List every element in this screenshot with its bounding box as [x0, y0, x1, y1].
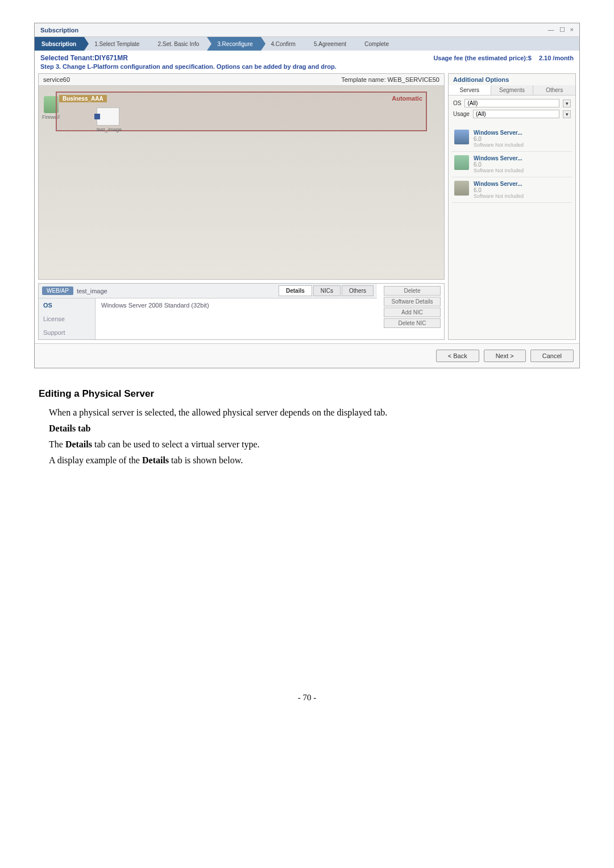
wizard-window: Subscription — ☐ × Subscription 1.Select…: [34, 23, 580, 368]
tenant-line: Selected Tenant:DIY671MR: [40, 54, 128, 62]
item-sub: 6.0: [474, 187, 524, 193]
detail-header: WEB/AP test_image Details NICs Others: [39, 284, 377, 298]
item-sw-val: Not included: [495, 193, 524, 199]
detail-body: OS License Support Windows Server 2008 S…: [39, 298, 377, 339]
server-node[interactable]: [97, 107, 119, 126]
usage-label: Usage fee (the estimated price):$: [433, 55, 531, 61]
item-title: Windows Server...: [474, 130, 524, 136]
tab-details[interactable]: Details: [279, 285, 312, 296]
list-item[interactable]: Windows Server... 6.0 Software Not inclu…: [452, 177, 572, 203]
section-heading: Editing a Physical Server: [39, 388, 580, 400]
paragraph: When a physical server is selected, the …: [49, 408, 580, 418]
item-sub: 6.0: [474, 136, 524, 142]
options-tabs: Servers Segments Others: [449, 85, 575, 95]
server-node-label: test_image: [97, 127, 122, 132]
subheading: Details tab: [49, 423, 580, 434]
canvas-header: service60 Template name: WEB_SERVICE50: [39, 74, 444, 86]
detail-panel: WEB/AP test_image Details NICs Others OS: [38, 283, 445, 340]
server-icon: [454, 155, 469, 170]
delete-button[interactable]: Delete: [384, 286, 441, 296]
detail-content: Windows Server 2008 Standard (32bit): [96, 298, 377, 339]
tenant-label: Selected Tenant:DIY671MR: [40, 54, 128, 62]
os-value: Windows Server 2008 Standard (32bit): [101, 302, 209, 309]
workspace: service60 Template name: WEB_SERVICE50 F…: [35, 73, 579, 343]
item-sw-label: Software: [474, 142, 494, 148]
item-title: Windows Server...: [474, 155, 524, 161]
item-sw-label: Software: [474, 168, 494, 173]
detail-nav-license[interactable]: License: [39, 312, 95, 326]
business-group[interactable]: Business_AAA Automatic test_image: [56, 92, 427, 131]
nic-port-icon: [94, 114, 100, 119]
crumb-step-2[interactable]: 2.Set. Basic Info: [147, 37, 207, 51]
minimize-icon[interactable]: —: [547, 26, 554, 33]
list-item[interactable]: Windows Server... 6.0 Software Not inclu…: [452, 126, 572, 152]
back-button[interactable]: < Back: [436, 350, 479, 362]
crumb-step-3[interactable]: 3.Reconfigure: [207, 37, 260, 51]
usage-fee: Usage fee (the estimated price):$ 2.10 /…: [433, 55, 574, 61]
filter-usage-input[interactable]: [473, 110, 559, 118]
options-filters: OS ▾ Usage ▾: [449, 95, 575, 124]
tab-others-right[interactable]: Others: [533, 85, 575, 95]
window-titlebar: Subscription — ☐ ×: [35, 23, 579, 37]
step-description: Step 3. Change L-Platform configuration …: [35, 63, 579, 73]
template-name: Template name: WEB_SERVICE50: [341, 76, 439, 83]
add-nic-button[interactable]: Add NIC: [384, 308, 441, 317]
delete-nic-button[interactable]: Delete NIC: [384, 318, 441, 328]
restore-icon[interactable]: ☐: [559, 26, 565, 33]
wizard-footer: < Back Next > Cancel: [35, 343, 579, 368]
next-button[interactable]: Next >: [484, 350, 526, 362]
window-title: Subscription: [40, 27, 78, 34]
detail-side-buttons: Delete Software Details Add NIC Delete N…: [380, 284, 444, 339]
item-title: Windows Server...: [474, 181, 524, 187]
item-sw-val: Not included: [495, 142, 524, 148]
group-badge: Automatic: [392, 95, 422, 102]
detail-tabs: Details NICs Others: [279, 285, 374, 296]
page-number: - 70 -: [34, 693, 580, 703]
filter-os-label: OS: [453, 100, 461, 106]
server-icon: [454, 130, 469, 144]
usage-value: 2.10 /month: [539, 55, 574, 61]
chevron-down-icon[interactable]: ▾: [563, 99, 571, 107]
canvas-body[interactable]: Firewall Business_AAA Automatic test_ima…: [39, 86, 444, 279]
window-controls: — ☐ ×: [544, 26, 574, 34]
detail-name: test_image: [77, 288, 275, 294]
paragraph: The Details tab can be used to select a …: [49, 439, 580, 450]
options-panel: Additional Options Servers Segments Othe…: [448, 73, 576, 340]
tab-others[interactable]: Others: [342, 285, 374, 296]
chevron-down-icon[interactable]: ▾: [563, 110, 571, 118]
options-title: Additional Options: [449, 74, 575, 85]
item-sw-val: Not included: [495, 168, 524, 173]
crumb-step-5[interactable]: 5.Agreement: [304, 37, 354, 51]
tab-servers[interactable]: Servers: [449, 85, 491, 95]
filter-usage-label: Usage: [453, 111, 470, 117]
detail-left-nav: OS License Support: [39, 298, 96, 339]
document-body: Editing a Physical Server When a physica…: [39, 388, 580, 466]
list-item[interactable]: Windows Server... 6.0 Software Not inclu…: [452, 152, 572, 177]
server-icon: [454, 181, 469, 196]
header-strip: Selected Tenant:DIY671MR Usage fee (the …: [35, 51, 579, 63]
canvas-panel: service60 Template name: WEB_SERVICE50 F…: [38, 73, 445, 280]
software-details-button[interactable]: Software Details: [384, 297, 441, 306]
detail-tag: WEB/AP: [42, 286, 73, 295]
cancel-button[interactable]: Cancel: [530, 350, 574, 362]
close-icon[interactable]: ×: [570, 26, 574, 33]
filter-os-input[interactable]: [464, 99, 559, 107]
crumb-step-1[interactable]: 1.Select Template: [84, 37, 147, 51]
tab-segments[interactable]: Segments: [491, 85, 534, 95]
crumb-step-4[interactable]: 4.Confirm: [261, 37, 304, 51]
breadcrumb: Subscription 1.Select Template 2.Set. Ba…: [35, 37, 579, 51]
service-name: service60: [43, 76, 70, 83]
crumb-step-complete[interactable]: Complete: [354, 37, 397, 51]
tab-nics[interactable]: NICs: [313, 285, 341, 296]
item-sub: 6.0: [474, 161, 524, 168]
crumb-root[interactable]: Subscription: [35, 37, 84, 51]
detail-nav-os[interactable]: OS: [39, 298, 95, 312]
options-list: Windows Server... 6.0 Software Not inclu…: [449, 124, 575, 339]
item-sw-label: Software: [474, 193, 494, 199]
group-title: Business_AAA: [59, 95, 107, 102]
paragraph: A display example of the Details tab is …: [49, 455, 580, 466]
left-column: service60 Template name: WEB_SERVICE50 F…: [38, 73, 445, 340]
detail-nav-support[interactable]: Support: [39, 326, 95, 339]
